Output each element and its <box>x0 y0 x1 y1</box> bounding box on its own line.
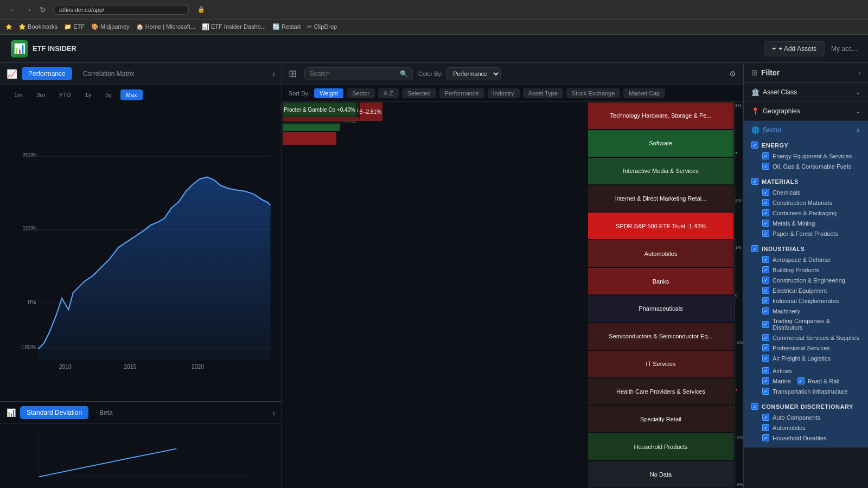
filter-item-aerospace[interactable]: Aerospace & Defense <box>751 254 860 265</box>
trading-checkbox[interactable] <box>762 321 769 328</box>
bottom-panel-chevron[interactable]: ‹ <box>272 408 275 417</box>
treemap-sector-software[interactable]: Software <box>588 130 734 157</box>
filter-item-road-rail[interactable]: Road & Rail <box>797 376 840 386</box>
industrials-checkbox[interactable] <box>751 245 758 252</box>
consumer-disc-checkbox[interactable] <box>751 403 758 410</box>
electrical-checkbox[interactable] <box>762 287 769 294</box>
sort-az[interactable]: A-Z <box>378 88 399 98</box>
building-checkbox[interactable] <box>762 266 769 273</box>
tab-performance[interactable]: Performance <box>22 67 72 80</box>
filter-item-construction-eng[interactable]: Construction & Engineering <box>751 275 860 285</box>
refresh-button[interactable]: ↻ <box>37 4 49 15</box>
marine-checkbox[interactable] <box>762 377 769 384</box>
filter-sector-header[interactable]: 🌐 Sector ∧ <box>744 121 868 139</box>
treemap-cell-pg[interactable]: Procter & Gamble Co +0.40% <box>282 102 357 117</box>
filter-item-electrical[interactable]: Electrical Equipment <box>751 285 860 296</box>
sort-asset-type[interactable]: Asset Type <box>523 88 563 98</box>
sort-stock-exchange[interactable]: Stock Exchange <box>566 88 621 98</box>
treemap-sector-semis[interactable]: Semiconductors & Semiconductor Eq... <box>588 323 734 350</box>
sort-performance[interactable]: Performance <box>439 88 484 98</box>
tab-std-deviation[interactable]: Standard Deviation <box>20 406 88 419</box>
filter-item-commercial[interactable]: Commercial Services & Supplies <box>751 332 860 343</box>
treemap-sector-internet[interactable]: Internet & Direct Marketing Retai... <box>588 185 734 213</box>
filter-item-machinery[interactable]: Machinery <box>751 306 860 316</box>
energy-checkbox[interactable] <box>751 142 758 149</box>
filter-item-energy-equip[interactable]: Energy Equipment & Services <box>751 151 860 161</box>
treemap-sector-media[interactable]: Interactive Media & Services <box>588 157 734 185</box>
sort-selected[interactable]: Selected <box>402 88 436 98</box>
back-button[interactable]: ← <box>7 4 20 15</box>
treemap-sector-healthcare[interactable]: Health Care Providers & Services <box>588 378 734 406</box>
treemap-sector-nodata[interactable]: No Data <box>588 460 734 488</box>
paper-checkbox[interactable] <box>762 230 769 237</box>
oil-gas-checkbox[interactable] <box>762 163 769 170</box>
sort-sector[interactable]: Sector <box>347 88 375 98</box>
bookmark-bookmarks[interactable]: ⭐ Bookmarks <box>18 23 58 30</box>
treemap-sector-banks[interactable]: Banks <box>588 267 734 295</box>
filter-item-air-freight[interactable]: Air Freight & Logistics <box>762 353 831 363</box>
road-rail-checkbox[interactable] <box>797 377 805 384</box>
treemap-sector-specialty[interactable]: Specialty Retail <box>588 405 734 433</box>
containers-checkbox[interactable] <box>762 209 769 216</box>
air-freight-checkbox[interactable] <box>762 355 769 362</box>
filter-item-airlines[interactable]: Airlines <box>762 365 792 376</box>
filter-item-marine[interactable]: Marine <box>762 376 791 386</box>
time-ytd[interactable]: YTD <box>54 89 76 100</box>
sort-weight[interactable]: Weight <box>314 88 343 98</box>
forward-button[interactable]: → <box>22 4 35 15</box>
automobiles-checkbox[interactable] <box>762 424 769 431</box>
search-box[interactable]: 🔍 <box>304 67 413 80</box>
filter-item-paper[interactable]: Paper & Forest Products <box>751 228 860 239</box>
treemap-sector-pharma[interactable]: Pharmaceuticals <box>588 295 734 323</box>
treemap-sector-tech[interactable]: Technology Hardware, Storage & Pe... <box>588 102 734 130</box>
filter-item-household-dur[interactable]: Household Durables <box>751 433 860 443</box>
treemap-sector-spdr[interactable]: SPDR S&P 500 ETF Trust -1.43% <box>588 212 734 240</box>
bookmark-restart[interactable]: 🔄 Restart <box>272 23 301 30</box>
bookmark-microsoft[interactable]: 🏠 Home | Microsoft... <box>136 23 195 30</box>
gear-button[interactable]: ⚙ <box>729 69 736 78</box>
chemicals-checkbox[interactable] <box>762 189 769 196</box>
my-account-button[interactable]: My acc... <box>831 45 857 53</box>
filter-item-auto-components[interactable]: Auto Components <box>751 412 860 422</box>
bookmark-midjourney[interactable]: 🎨 Midjourney <box>91 23 130 30</box>
professional-checkbox[interactable] <box>762 344 769 351</box>
construction-mat-checkbox[interactable] <box>762 199 769 206</box>
materials-checkbox[interactable] <box>751 178 758 185</box>
search-input[interactable] <box>309 70 397 78</box>
time-1m[interactable]: 1m <box>9 89 28 100</box>
sort-industry[interactable]: Industry <box>488 88 520 98</box>
filter-item-building[interactable]: Building Products <box>751 265 860 275</box>
commercial-checkbox[interactable] <box>762 334 769 341</box>
filter-item-trading[interactable]: Trading Companies & Distributors <box>751 316 860 332</box>
filter-asset-class-header[interactable]: 🏦 Asset Class ⌄ <box>744 83 868 101</box>
bookmark-etf-insider[interactable]: 📊 ETF Insider Dashb... <box>202 23 266 30</box>
filter-geographies-header[interactable]: 📍 Geographies ⌄ <box>744 102 868 120</box>
panel-chevron-left[interactable]: ‹ <box>272 69 275 78</box>
sort-market-cap[interactable]: Market Cap <box>623 88 665 98</box>
filter-expand-button[interactable]: › <box>858 69 860 76</box>
filter-item-professional[interactable]: Professional Services <box>751 343 860 353</box>
airlines-checkbox[interactable] <box>762 367 769 374</box>
treemap-sector-household[interactable]: Household Products <box>588 433 734 460</box>
transport-infra-checkbox[interactable] <box>762 388 769 395</box>
construction-eng-checkbox[interactable] <box>762 277 769 284</box>
treemap-sector-it[interactable]: IT Services <box>588 350 734 378</box>
tab-beta[interactable]: Beta <box>93 406 119 419</box>
color-by-select[interactable]: Performance <box>446 67 501 80</box>
time-1y[interactable]: 1y <box>80 89 97 100</box>
machinery-checkbox[interactable] <box>762 307 769 314</box>
filter-item-containers[interactable]: Containers & Packaging <box>751 208 860 218</box>
tab-correlation[interactable]: Correlation Matrix <box>76 67 141 80</box>
filter-item-metals[interactable]: Metals & Mining <box>751 218 860 228</box>
auto-components-checkbox[interactable] <box>762 414 769 421</box>
time-5y[interactable]: 5y <box>100 89 117 100</box>
industrial-cong-checkbox[interactable] <box>762 297 769 304</box>
filter-item-chemicals[interactable]: Chemicals <box>751 187 860 197</box>
time-max[interactable]: Max <box>120 89 143 100</box>
filter-item-industrial-cong[interactable]: Industrial Conglomerates <box>751 296 860 306</box>
time-3m[interactable]: 3m <box>31 89 50 100</box>
metals-checkbox[interactable] <box>762 220 769 227</box>
filter-item-automobiles[interactable]: Automobiles <box>762 422 806 433</box>
aerospace-checkbox[interactable] <box>762 256 769 263</box>
energy-equip-checkbox[interactable] <box>762 152 769 159</box>
